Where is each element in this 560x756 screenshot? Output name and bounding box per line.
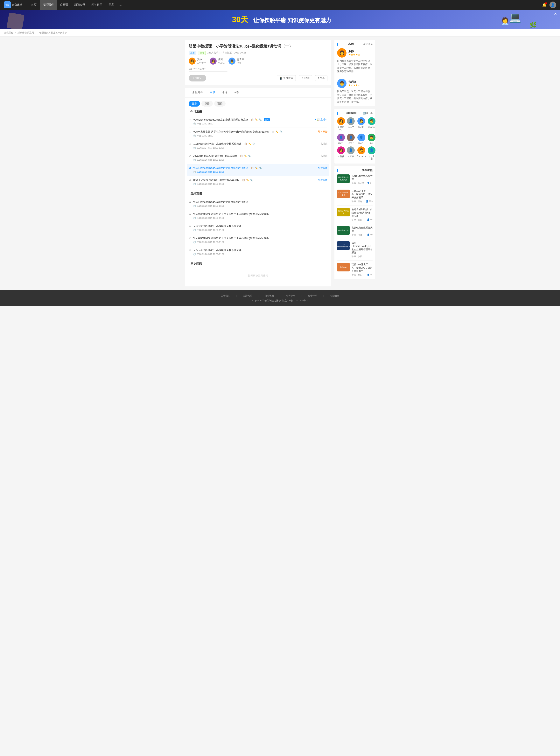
nav-item-exam[interactable]: 题库: [105, 0, 117, 10]
teacher-role-1: 班主任: [218, 61, 225, 64]
banner-close-button[interactable]: ✕: [554, 12, 557, 16]
breadcrumb-link-2[interactable]: 新媒体营销系列: [18, 31, 34, 34]
rec-item-3[interactable]: 高级电商全线 高级电商全线系统大课 讲师：冷峰 👤 40: [337, 226, 373, 239]
logo[interactable]: 云朵 云朵课堂: [4, 1, 22, 8]
footer-link-4[interactable]: 免责声明: [308, 294, 317, 298]
material-tag[interactable]: 资料: [264, 118, 270, 121]
edit-icon[interactable]: ✏️: [255, 167, 258, 170]
classmate-item-0[interactable]: 👩 化学教书...: [337, 117, 345, 132]
classmate-item-6[interactable]: 👤 1867**: [357, 134, 366, 144]
collect-button[interactable]: ☆ 收藏: [299, 75, 312, 81]
sub-tab-record[interactable]: 录播: [201, 101, 213, 106]
rec-item-5[interactable]: 玩转Java 玩转Java开发工具，精通JUC，成为开发多面手 讲师：岱田 👤 …: [337, 263, 373, 276]
rec-item-2[interactable]: 前端全栈加强版 前端全栈加强版！前端全栈+全周期+多维应用 讲师：岱田 👤 56: [337, 208, 373, 224]
bought-button[interactable]: 已购买: [188, 75, 206, 81]
nav-item-qa[interactable]: 问答社区: [88, 0, 105, 10]
edit-icon[interactable]: ✏️: [244, 155, 247, 157]
lesson-status[interactable]: 查看回放: [318, 178, 327, 182]
edit-icon[interactable]: ✏️: [255, 118, 258, 121]
notification-dot: [545, 2, 547, 4]
teacher-card-avatar-1: 👨: [337, 79, 346, 88]
mobile-watch-button[interactable]: 📱 手机观看: [277, 75, 296, 81]
note-icon[interactable]: 📋: [272, 131, 274, 133]
lesson-icons: 📋 ✏️ 📎 资料: [251, 118, 270, 121]
classmate-item-3[interactable]: 👨 Charles: [368, 117, 376, 132]
tab-catalog[interactable]: 目录: [206, 88, 219, 97]
rec-thumb-3: 高级电商全线: [337, 226, 349, 235]
notification-bell[interactable]: 🔔: [542, 3, 546, 7]
lesson-status[interactable]: 查看回放: [318, 166, 327, 170]
attach-icon[interactable]: 📎: [259, 167, 262, 170]
lesson-time: 🕐2020/02/26 周四 10:00-11:00: [193, 229, 327, 232]
classmate-item-7[interactable]: 👨 Bill: [368, 134, 376, 144]
teacher-card-info-0: 罗静 ★★★★☆: [348, 50, 360, 56]
nav-more[interactable]: ...: [117, 0, 124, 10]
star-icon: ☆: [301, 77, 304, 80]
classmate-item-11[interactable]: 👤 qq_天涯: [368, 146, 376, 161]
edit-icon[interactable]: ✏️: [246, 179, 249, 181]
tab-intro[interactable]: 课程介绍: [188, 88, 206, 97]
lesson-num: 04: [188, 236, 193, 239]
breadcrumb-link-1[interactable]: 发现课程: [4, 31, 13, 34]
tab-review[interactable]: 评论: [219, 88, 231, 97]
classmate-item-4[interactable]: 👤 1767**: [337, 134, 345, 144]
edit-icon[interactable]: ✏️: [248, 142, 251, 145]
classmate-name-10: Summers: [357, 155, 366, 157]
footer-link-1[interactable]: 加盟代理: [243, 294, 252, 298]
classmate-name-3: Charles: [368, 126, 375, 128]
nav-item-news[interactable]: 新闻资讯: [71, 0, 88, 10]
lesson-num: 03: [188, 224, 193, 227]
attach-icon[interactable]: 📎: [248, 155, 251, 157]
user-avatar[interactable]: 👤: [549, 2, 556, 8]
footer-link-2[interactable]: 网站地图: [264, 294, 274, 298]
attach-icon[interactable]: 📎: [253, 142, 255, 145]
attach-icon[interactable]: 📎: [250, 179, 253, 181]
rec-thumb-4: Vue Element+Node.js: [337, 241, 349, 250]
rec-item-1[interactable]: 玩转Java开发工具 玩转Java开发工具，精通JUC，成为开发多面手 讲师：王…: [337, 190, 373, 205]
note-icon[interactable]: 📋: [242, 179, 245, 181]
future-live-section-title: 后续直播: [188, 192, 327, 196]
classmate-item-5[interactable]: 👤 1567**: [347, 134, 355, 144]
lesson-num: 01: [188, 118, 193, 121]
footer-link-5[interactable]: 招贤纳士: [330, 294, 339, 298]
classmate-item-1[interactable]: 👤 1567**: [347, 117, 355, 132]
footer-link-0[interactable]: 关于我们: [221, 294, 230, 298]
refresh-classmates-button[interactable]: 🔄 换一换: [363, 112, 373, 115]
attach-icon[interactable]: 📎: [280, 131, 282, 133]
tab-qa[interactable]: 问答: [231, 88, 243, 97]
rec-item-0[interactable]: 高级电商全线系统大课 高级电商全线系统大课 讲师：张小锋 👤 34: [337, 174, 373, 187]
classmate-item-9[interactable]: 👤 大笨狼: [347, 146, 355, 161]
classmate-item-8[interactable]: 👩 小熊熊: [337, 146, 345, 161]
lesson-info: Vue Element+Node.js开发企业通用管理后台系统 🕐2020/02…: [193, 200, 327, 207]
navigation: 云朵 云朵课堂 首页 发现课程 公开课 新闻资讯 问答社区 题库 ... 🔔 👤: [0, 0, 560, 10]
lesson-item-highlighted: 05 Vue Element+Node.js开发企业通用管理后台系统 📋 ✏️ …: [187, 164, 329, 176]
course-actions: 已购买 📱 手机观看 ☆ 收藏 ⤴ 分享: [188, 75, 327, 81]
note-icon[interactable]: 📋: [251, 118, 254, 121]
sub-tab-offline[interactable]: 面授: [214, 101, 225, 106]
sub-tab-live[interactable]: 直播: [188, 101, 200, 106]
lesson-num: 04: [188, 154, 193, 157]
rec-info-3: 高级电商全线系统大课 讲师：冷峰 👤 40: [352, 226, 373, 236]
footer-copyright: Copyright® 云朵学院 版权所有 京ICP备17051340号-1: [4, 299, 556, 302]
share-button[interactable]: ⤴ 分享: [315, 75, 327, 81]
lesson-item: 03 从Java后端到全栈，高级电商全栈系统大课 📋 ✏️ 📎 🕐2020/02…: [188, 140, 327, 152]
lesson-title: Java项目面试实操 提升大厂面试成功率 📋 ✏️ 📎: [193, 154, 320, 158]
rec-thumb-inner-0: 高级电商全线系统大课: [337, 174, 349, 183]
future-live-list: 01 Vue Element+Node.js开发企业通用管理后台系统 🕐2020…: [188, 198, 327, 258]
nav-item-courses[interactable]: 发现课程: [40, 0, 57, 10]
edit-icon[interactable]: ✏️: [276, 131, 278, 133]
note-icon[interactable]: 📋: [244, 142, 247, 145]
classmate-avatar-6: 👤: [357, 134, 365, 141]
classmate-item-2[interactable]: 👩 张小田: [357, 117, 366, 132]
classmate-item-10[interactable]: 👩 Summers: [357, 146, 366, 161]
note-icon[interactable]: 📋: [240, 155, 243, 157]
note-icon[interactable]: 📋: [251, 167, 254, 170]
rec-item-4[interactable]: Vue Element+Node.js Vue Element+Node.js开…: [337, 241, 373, 261]
nav-item-home[interactable]: 首页: [28, 0, 40, 10]
lesson-status[interactable]: 📊 直播中: [315, 118, 327, 121]
nav-item-open[interactable]: 公开课: [57, 0, 71, 10]
sub-tabs: 直播 录播 面授: [188, 101, 327, 106]
attach-icon[interactable]: 📎: [259, 118, 262, 121]
rec-thumb-inner-3: 高级电商全线: [337, 226, 349, 235]
footer-link-3[interactable]: 合作伙伴: [286, 294, 296, 298]
